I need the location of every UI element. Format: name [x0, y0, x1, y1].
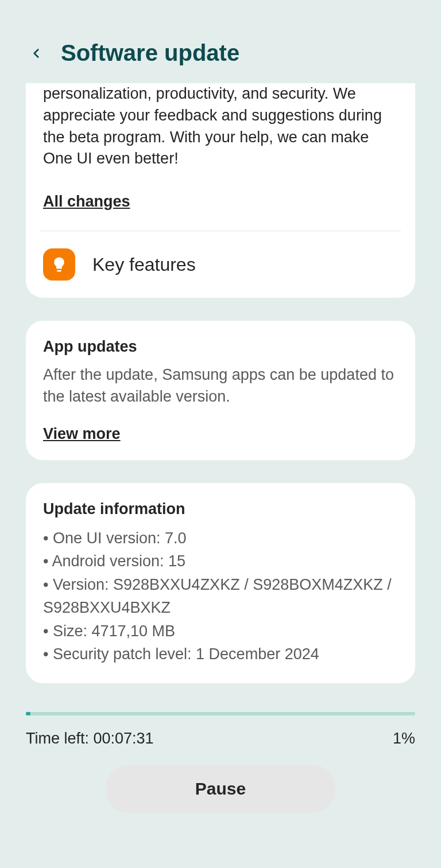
info-item: • Security patch level: 1 December 2024 — [43, 643, 398, 666]
info-item: • One UI version: 7.0 — [43, 527, 398, 550]
app-updates-body: After the update, Samsung apps can be up… — [26, 364, 415, 425]
app-updates-title: App updates — [26, 321, 415, 364]
info-item: • Size: 4717,10 MB — [43, 620, 398, 643]
back-icon[interactable] — [29, 46, 44, 61]
info-item: • Version: S928BXXU4ZXKZ / S928BOXM4ZXKZ… — [43, 573, 398, 620]
pause-button[interactable]: Pause — [106, 765, 335, 813]
key-features-label: Key features — [92, 254, 196, 275]
info-item: • Android version: 15 — [43, 550, 398, 573]
view-more-link[interactable]: View more — [26, 425, 138, 460]
lightbulb-icon — [43, 248, 75, 281]
progress-section: Time left: 00:07:31 1% Pause — [0, 706, 441, 830]
key-features-row[interactable]: Key features — [26, 231, 415, 298]
page-title: Software update — [61, 40, 239, 66]
update-info-title: Update information — [26, 483, 415, 527]
intro-text: personalization, productivity, and secur… — [26, 83, 415, 193]
time-left-label: Time left: 00:07:31 — [26, 730, 154, 748]
percent-label: 1% — [393, 730, 415, 748]
intro-card: personalization, productivity, and secur… — [26, 83, 415, 298]
all-changes-link[interactable]: All changes — [26, 193, 148, 231]
app-updates-card: App updates After the update, Samsung ap… — [26, 321, 415, 460]
update-info-list: • One UI version: 7.0 • Android version:… — [26, 527, 415, 683]
header: Software update — [0, 0, 441, 83]
progress-bar — [26, 712, 415, 715]
update-info-card: Update information • One UI version: 7.0… — [26, 483, 415, 683]
progress-dot — [26, 712, 30, 715]
progress-info: Time left: 00:07:31 1% — [26, 730, 415, 748]
